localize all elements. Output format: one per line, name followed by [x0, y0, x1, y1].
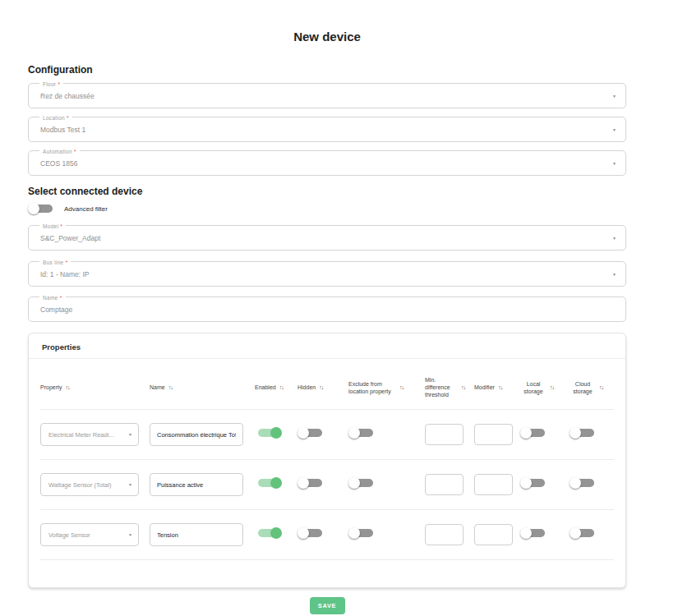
row-property-value: Electrical Meter Readi...	[41, 424, 138, 446]
row-exclude-toggle[interactable]	[348, 527, 376, 539]
bus-line-value: Id: 1 - Name: IP	[29, 262, 625, 287]
sort-icon[interactable]: ↑↓	[461, 384, 465, 390]
row-min-difference-input[interactable]	[425, 424, 464, 445]
properties-panel: Properties Property↑↓ Name↑↓ Enabled↑↓ H…	[28, 333, 626, 588]
chevron-down-icon: ▼	[612, 126, 616, 131]
toggle-knob-icon	[520, 427, 532, 439]
column-header-property[interactable]: Property↑↓	[40, 384, 150, 391]
required-marker: *	[74, 149, 76, 154]
floor-select[interactable]: Floor * Rez de chaussée ▼	[28, 83, 626, 108]
column-header-modifier[interactable]: Modifier↑↓	[466, 384, 512, 391]
row-property-value: Wattage Sensor (Total)	[41, 474, 138, 496]
row-exclude-toggle[interactable]	[348, 427, 376, 439]
column-header-exclude[interactable]: Exclude from location property↑↓	[340, 380, 417, 395]
row-local-storage-toggle[interactable]	[520, 427, 547, 439]
location-select[interactable]: Location * Modbus Test 1 ▼	[28, 117, 626, 142]
row-name-input[interactable]	[150, 523, 243, 546]
location-value: Modbus Test 1	[29, 117, 625, 142]
sort-icon[interactable]: ↑↓	[168, 384, 173, 390]
model-label: Model *	[39, 223, 66, 230]
row-name-input[interactable]	[150, 423, 243, 446]
floor-label: Floor *	[39, 80, 63, 88]
automation-select[interactable]: Automation * CEOS 1856 ▼	[28, 150, 626, 176]
automation-label: Automation *	[39, 148, 80, 155]
toggle-knob-icon	[270, 427, 282, 439]
row-property-select[interactable]: Electrical Meter Readi... ▼	[40, 423, 139, 446]
row-cloud-storage-toggle[interactable]	[570, 527, 597, 539]
sort-icon[interactable]: ↑↓	[279, 384, 284, 390]
sort-icon[interactable]: ↑↓	[319, 384, 323, 390]
row-hidden-toggle[interactable]	[298, 427, 325, 439]
row-min-difference-input[interactable]	[425, 474, 464, 495]
row-cloud-storage-toggle[interactable]	[570, 477, 597, 489]
row-enabled-toggle[interactable]	[255, 477, 282, 489]
device-name-label: Name *	[39, 294, 66, 301]
required-marker: *	[60, 223, 62, 229]
row-min-difference-input[interactable]	[425, 524, 464, 545]
properties-table-header: Property↑↓ Name↑↓ Enabled↑↓ Hidden↑↓ Exc…	[40, 359, 614, 410]
chevron-down-icon: ▼	[612, 93, 616, 98]
toggle-knob-icon	[298, 477, 309, 489]
sort-icon[interactable]: ↑↓	[550, 384, 554, 390]
configuration-heading: Configuration	[28, 64, 626, 76]
chevron-down-icon: ▼	[128, 482, 132, 487]
toggle-knob-icon	[348, 527, 360, 539]
row-cloud-storage-toggle[interactable]	[570, 427, 597, 439]
column-header-name[interactable]: Name↑↓	[150, 384, 247, 391]
model-select[interactable]: Model * S&C_Power_Adapt ▼	[28, 225, 626, 251]
toggle-knob-icon	[348, 477, 360, 489]
toggle-knob-icon	[270, 477, 282, 489]
row-property-select[interactable]: Wattage Sensor (Total) ▼	[40, 473, 139, 496]
column-header-cloud-storage[interactable]: Cloud storage↑↓	[561, 380, 611, 395]
row-property-value: Voltage Sensor	[41, 524, 138, 546]
sort-icon[interactable]: ↑↓	[65, 384, 69, 390]
row-enabled-toggle[interactable]	[255, 527, 282, 539]
advanced-filter-toggle[interactable]	[28, 203, 55, 214]
row-property-select[interactable]: Voltage Sensor ▼	[40, 523, 139, 546]
toggle-knob-icon	[570, 527, 581, 539]
row-local-storage-toggle[interactable]	[520, 527, 547, 539]
row-hidden-toggle[interactable]	[298, 477, 325, 489]
column-header-hidden[interactable]: Hidden↑↓	[289, 384, 340, 391]
properties-heading: Properties	[40, 342, 614, 358]
toggle-knob-icon	[28, 203, 39, 214]
row-modifier-input[interactable]	[474, 474, 513, 495]
required-marker: *	[58, 81, 60, 87]
chevron-down-icon: ▼	[612, 235, 616, 240]
chevron-down-icon: ▼	[612, 160, 616, 165]
required-marker: *	[67, 115, 69, 121]
required-marker: *	[60, 295, 62, 301]
chevron-down-icon: ▼	[128, 432, 132, 437]
column-header-enabled[interactable]: Enabled↑↓	[247, 384, 289, 391]
automation-value: CEOS 1856	[29, 151, 625, 176]
page-title: New device	[28, 30, 626, 44]
table-row: Voltage Sensor ▼	[40, 510, 614, 560]
table-row: Electrical Meter Readi... ▼	[40, 410, 614, 460]
column-header-local-storage[interactable]: Local storage↑↓	[512, 380, 561, 395]
row-enabled-toggle[interactable]	[255, 427, 282, 439]
toggle-knob-icon	[520, 477, 532, 489]
row-local-storage-toggle[interactable]	[520, 477, 547, 489]
sort-icon[interactable]: ↑↓	[498, 384, 502, 390]
toggle-knob-icon	[298, 527, 309, 539]
new-device-form: New device Configuration Floor * Rez de …	[28, 0, 626, 614]
required-marker: *	[66, 260, 68, 265]
toggle-knob-icon	[520, 527, 532, 539]
row-modifier-input[interactable]	[474, 524, 513, 545]
row-name-input[interactable]	[150, 473, 243, 496]
toggle-knob-icon	[570, 427, 581, 439]
table-row: Wattage Sensor (Total) ▼	[40, 460, 614, 510]
chevron-down-icon: ▼	[612, 271, 616, 276]
row-exclude-toggle[interactable]	[348, 477, 376, 489]
toggle-knob-icon	[570, 477, 581, 489]
location-label: Location *	[39, 114, 72, 122]
row-modifier-input[interactable]	[474, 424, 513, 445]
sort-icon[interactable]: ↑↓	[599, 384, 603, 390]
toggle-knob-icon	[348, 427, 360, 439]
device-name-field[interactable]: Name * Comptage	[28, 297, 626, 322]
bus-line-select[interactable]: Bus line * Id: 1 - Name: IP ▼	[28, 261, 626, 287]
column-header-min-difference[interactable]: Min. difference threshold↑↓	[417, 376, 466, 398]
save-button[interactable]: SAVE	[310, 597, 345, 614]
sort-icon[interactable]: ↑↓	[399, 384, 404, 390]
row-hidden-toggle[interactable]	[298, 527, 325, 539]
